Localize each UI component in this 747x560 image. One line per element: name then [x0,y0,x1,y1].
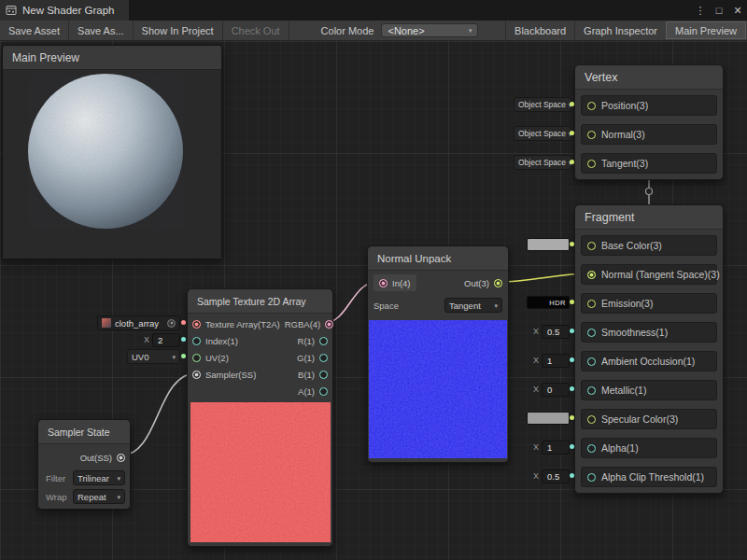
block-tangent[interactable]: Tangent(3) [581,153,717,174]
filter-row: Filter Trilinear ▾ [38,470,130,485]
port-tangent[interactable] [587,160,596,168]
port-out[interactable] [494,279,502,287]
port-b-out[interactable] [319,371,328,379]
port-ambient-occlusion[interactable] [587,357,596,366]
port-a-out[interactable] [319,387,328,396]
port-g-out[interactable] [319,354,328,362]
sampler-out-row: Out(SS) [38,448,130,467]
metallic-field[interactable]: X 0 [533,382,570,397]
index-value[interactable]: 2 [152,333,180,347]
port-base-color[interactable] [587,242,596,250]
alpha-clip-threshold-field[interactable]: X 0.5 [533,469,570,483]
block-normal[interactable]: Normal(3) [581,124,717,145]
port-out-ss[interactable] [117,454,125,462]
smoothness-field[interactable]: X 0.5 [533,324,570,339]
port-alpha[interactable] [587,444,596,453]
sample-row-index: Index(1) R(1) [188,332,332,349]
save-as-button[interactable]: Save As... [69,21,134,40]
save-asset-button[interactable]: Save Asset [0,21,69,40]
block-position[interactable]: Position(3) [581,95,717,116]
texture-asset-name: cloth_array [115,318,159,329]
kebab-menu-icon[interactable]: ⋮ [691,0,710,21]
port-smoothness[interactable] [587,329,596,337]
show-in-project-button[interactable]: Show In Project [134,21,223,40]
port-label: In(4) [392,278,411,288]
fragment-node-header[interactable]: Fragment [575,205,723,230]
ambient-occlusion-value[interactable]: 1 [542,354,570,368]
color-mode-label: Color Mode [314,21,382,40]
sample-texture-2d-array-node[interactable]: Sample Texture 2D Array Texture Array(T2… [187,288,333,547]
port-normal[interactable] [587,131,596,139]
ambient-occlusion-field[interactable]: X 1 [533,353,570,368]
block-ambient-occlusion[interactable]: Ambient Occlusion(1) [581,351,717,371]
blackboard-toggle[interactable]: Blackboard [505,21,574,40]
port-specular-color[interactable] [587,415,596,424]
block-specular-color[interactable]: Specular Color(3) [581,409,717,429]
filter-label: Filter [46,473,65,483]
graph-canvas[interactable]: Main Preview [0,41,747,560]
port-metallic[interactable] [587,386,596,395]
normal-unpack-node[interactable]: Normal Unpack In(4) Out(3) Space Tangent… [367,245,509,463]
filter-dropdown[interactable]: Trilinear ▾ [73,470,125,485]
port-index-in[interactable] [192,337,201,345]
chevron-down-icon: ▾ [117,494,120,500]
port-normal-tangent-space[interactable] [587,271,596,279]
close-icon[interactable]: ✕ [728,0,747,21]
dropdown-value: Trilinear [78,473,109,483]
alpha-field[interactable]: X 1 [533,440,570,455]
block-metallic[interactable]: Metallic(1) [581,380,717,400]
index-field[interactable]: X 2 [144,332,180,347]
uv-channel-dropdown[interactable]: UV0 ▾ [127,349,180,364]
port-alpha-clip-threshold[interactable] [587,473,596,482]
color-mode-dropdown[interactable]: <None> ▾ [381,23,478,37]
x-prefix: X [144,335,149,344]
fragment-node-body: Base Color(3) Normal (Tangent Space)(3) … [575,230,723,493]
space-dropdown[interactable]: Tangent ▾ [444,298,502,313]
position-space-dropdown[interactable]: Object Space ▾ [514,97,571,112]
sampler-state-node[interactable]: Sampler State Out(SS) Filter Trilinear ▾… [37,419,131,510]
block-normal-tangent-space[interactable]: Normal (Tangent Space)(3) [581,264,717,285]
sampler-state-header[interactable]: Sampler State [38,420,130,444]
main-preview-header[interactable]: Main Preview [3,46,221,70]
port-emission[interactable] [587,300,596,308]
sample-node-header[interactable]: Sample Texture 2D Array [188,289,332,314]
port-in[interactable] [379,279,388,287]
vertex-node-header[interactable]: Vertex [575,65,723,90]
block-alpha[interactable]: Alpha(1) [581,438,717,458]
edge-samplerstate-to-sampler[interactable] [121,373,196,455]
specular-color-swatch[interactable] [527,412,570,425]
tangent-space-dropdown[interactable]: Object Space ▾ [514,155,571,170]
alpha-clip-threshold-value[interactable]: 0.5 [542,469,570,483]
main-preview-toggle[interactable]: Main Preview [666,21,746,39]
document-tab[interactable]: New Shader Graph [0,0,129,21]
wrap-dropdown[interactable]: Repeat ▾ [73,489,125,504]
block-smoothness[interactable]: Smoothness(1) [581,322,717,343]
normal-unpack-header[interactable]: Normal Unpack [368,246,508,271]
x-prefix: X [533,442,539,452]
normal-space-dropdown[interactable]: Object Space ▾ [514,126,571,141]
fragment-node[interactable]: Fragment Base Color(3) Normal (Tangent S… [574,204,724,494]
port-texture-array-in[interactable] [192,320,201,329]
graph-inspector-toggle[interactable]: Graph Inspector [574,21,666,40]
maximize-icon[interactable]: □ [710,0,728,21]
metallic-value[interactable]: 0 [542,383,570,397]
object-picker-icon[interactable] [167,319,176,328]
block-emission[interactable]: Emission(3) [581,293,717,314]
port-uv-in[interactable] [192,354,201,362]
alpha-value[interactable]: 1 [542,441,570,455]
port-r-out[interactable] [319,337,328,345]
vertex-node[interactable]: Vertex Position(3) Normal(3) Tangent(3) [574,64,724,180]
block-label: Alpha(1) [601,442,639,454]
smoothness-value[interactable]: 0.5 [542,325,570,339]
texture-array-object-field[interactable]: cloth_array [97,315,180,330]
block-base-color[interactable]: Base Color(3) [581,235,717,256]
port-position[interactable] [587,102,596,110]
port-rgba-out[interactable] [325,320,333,329]
port-sampler-in[interactable] [192,371,201,379]
dropdown-value: Repeat [78,492,106,502]
sample-row-uv: UV(2) G(1) [188,349,332,366]
block-label: Ambient Occlusion(1) [601,356,695,367]
emission-color-field[interactable]: HDR [527,296,570,309]
block-alpha-clip-threshold[interactable]: Alpha Clip Threshold(1) [581,467,717,487]
base-color-swatch[interactable] [527,238,570,251]
